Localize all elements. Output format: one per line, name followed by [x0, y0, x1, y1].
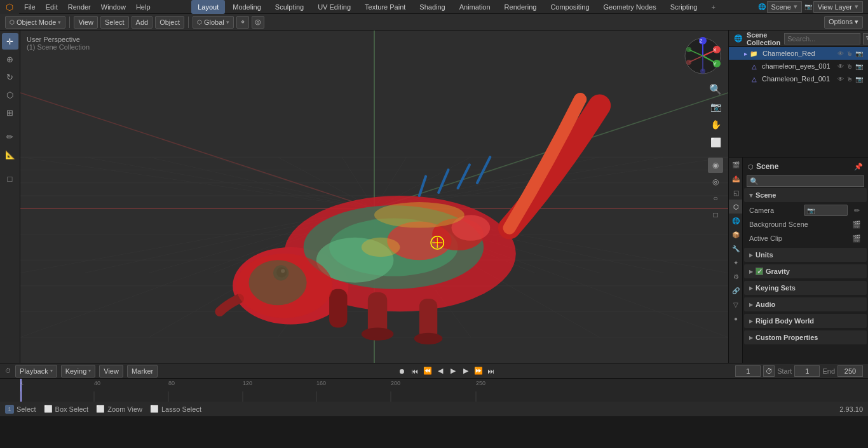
prev-frame-btn[interactable]: ⏪ — [423, 366, 433, 376]
eyes-hide-select[interactable]: 🖱 — [846, 63, 853, 70]
outliner-item-chameleon-mesh[interactable]: △ Chameleon_Red_001 👁 🖱 📷 — [729, 72, 868, 85]
measure-tool[interactable]: 📐 — [2, 146, 18, 163]
add-cube-tool[interactable]: □ — [2, 170, 18, 187]
prop-tab-object[interactable]: 📦 — [729, 227, 743, 241]
keying-btn[interactable]: Keying ▾ — [61, 365, 96, 377]
tab-modeling[interactable]: Modeling — [226, 0, 268, 14]
record-btn[interactable]: ⏺ — [397, 366, 407, 376]
prop-tab-data[interactable]: ▽ — [729, 297, 743, 311]
custom-section-header[interactable]: ▸ Custom Properties — [744, 330, 867, 344]
next-frame-btn[interactable]: ⏩ — [473, 366, 484, 376]
prop-tab-view-layer[interactable]: ◱ — [729, 186, 743, 200]
viewport-3d[interactable]: User Perspective (1) Scene Collection X … — [20, 31, 728, 363]
view-layer-selector[interactable]: View Layer ▾ — [813, 1, 863, 13]
annotate-tool[interactable]: ✏ — [2, 128, 18, 145]
gravity-checkbox[interactable]: ✓ — [756, 268, 763, 275]
scene-section-header[interactable]: ▾ Scene — [744, 188, 867, 202]
hide-render-icon[interactable]: 📷 — [855, 50, 863, 57]
outliner-filter-btn[interactable]: ▽ — [863, 33, 868, 44]
timeline-ruler[interactable]: 1 40 80 120 160 200 250 — [0, 379, 868, 402]
prop-tab-world[interactable]: 🌐 — [729, 214, 743, 227]
viewport-camera[interactable]: 📷 — [708, 99, 723, 114]
audio-section-header[interactable]: ▸ Audio — [744, 297, 867, 311]
menu-help[interactable]: Help — [131, 0, 156, 14]
prop-tab-particles[interactable]: ✦ — [729, 255, 743, 269]
current-frame-input[interactable]: 1 — [735, 365, 761, 377]
outliner-item-eyes[interactable]: △ chameleon_eyes_001 👁 🖱 📷 — [729, 60, 868, 72]
object-menu-btn[interactable]: Object — [155, 16, 184, 29]
units-section-header[interactable]: ▸ Units — [744, 248, 867, 262]
jump-start-btn[interactable]: ⏮ — [410, 366, 420, 376]
viewport-gizmo[interactable]: X Y Z — [684, 37, 722, 75]
tab-uv-editing[interactable]: UV Editing — [311, 0, 357, 14]
transform-tool[interactable]: ⊞ — [2, 104, 18, 121]
outliner-search[interactable] — [784, 33, 860, 44]
tab-animation[interactable]: Animation — [453, 0, 497, 14]
viewport-zoom-in[interactable]: 🔍 — [708, 81, 723, 97]
prop-tab-physics[interactable]: ⚙ — [729, 269, 743, 283]
keying-section-header[interactable]: ▸ Keying Sets — [744, 281, 867, 295]
background-scene-icon[interactable]: 🎬 — [851, 219, 862, 229]
tab-add[interactable]: + — [705, 0, 721, 14]
menu-edit[interactable]: Edit — [41, 0, 63, 14]
menu-file[interactable]: File — [19, 0, 41, 14]
mesh-hide-select[interactable]: 🖱 — [846, 76, 853, 83]
prop-tab-scene[interactable]: ⬡ — [729, 200, 743, 214]
tab-shading[interactable]: Shading — [413, 0, 451, 14]
cursor-tool[interactable]: ✛ — [2, 33, 18, 50]
tab-sculpting[interactable]: Sculpting — [269, 0, 310, 14]
jump-end-btn[interactable]: ⏭ — [486, 366, 496, 376]
timeline-view-btn[interactable]: View — [99, 365, 123, 377]
prev-keyframe-btn[interactable]: ◀ — [435, 366, 445, 376]
add-menu-btn[interactable]: Add — [132, 16, 153, 29]
next-keyframe-btn[interactable]: ▶ — [461, 366, 471, 376]
tab-layout[interactable]: Layout — [191, 0, 225, 14]
tab-compositing[interactable]: Compositing — [544, 0, 595, 14]
options-btn[interactable]: Options ▾ — [824, 16, 863, 29]
prop-search-input[interactable] — [747, 175, 864, 187]
gravity-section-header[interactable]: ▸ ✓ Gravity — [744, 264, 867, 278]
rigid-section-header[interactable]: ▸ Rigid Body World — [744, 314, 867, 328]
mesh-hide-viewport[interactable]: 👁 — [837, 76, 844, 83]
eyes-hide-render[interactable]: 📷 — [855, 63, 863, 70]
prop-pin-btn[interactable]: 📌 — [854, 163, 863, 171]
prop-tab-output[interactable]: 📤 — [729, 172, 743, 186]
active-clip-icon[interactable]: 🎬 — [851, 233, 862, 243]
snap-btn[interactable]: ⌖ — [236, 16, 249, 29]
play-btn[interactable]: ▶ — [448, 366, 458, 376]
scale-tool[interactable]: ⬡ — [2, 86, 18, 103]
scene-selector[interactable]: Scene ▾ — [767, 1, 802, 13]
move-tool[interactable]: ⊕ — [2, 51, 18, 67]
material-shading-btn[interactable]: ◎ — [708, 174, 723, 189]
prop-tab-material[interactable]: ● — [729, 311, 743, 325]
menu-window[interactable]: Window — [96, 0, 131, 14]
tab-scripting[interactable]: Scripting — [664, 0, 704, 14]
rotate-tool[interactable]: ↻ — [2, 69, 18, 85]
proportional-btn[interactable]: ◎ — [252, 16, 264, 29]
tab-texture-paint[interactable]: Texture Paint — [358, 0, 412, 14]
fps-icon[interactable]: ⏱ — [763, 365, 775, 377]
menu-render[interactable]: Render — [63, 0, 96, 14]
eyes-hide-viewport[interactable]: 👁 — [837, 63, 844, 70]
select-menu-btn[interactable]: Select — [100, 16, 129, 29]
camera-value[interactable]: 📷 — [804, 205, 848, 216]
solid-shading-btn[interactable]: ◉ — [708, 158, 723, 173]
rendered-shading-btn[interactable]: ○ — [708, 191, 723, 206]
prop-tab-constraints[interactable]: 🔗 — [729, 283, 743, 297]
hide-select-icon[interactable]: 🖱 — [846, 50, 853, 57]
view-menu-btn[interactable]: View — [74, 16, 98, 29]
object-mode-btn[interactable]: ⬡ Object Mode ▾ — [5, 16, 65, 29]
end-frame-input[interactable]: 250 — [837, 365, 863, 377]
viewport-hand[interactable]: ✋ — [708, 117, 723, 132]
start-frame-input[interactable]: 1 — [794, 365, 820, 377]
mesh-hide-render[interactable]: 📷 — [855, 76, 863, 83]
viewport-render-mode[interactable]: ⬜ — [708, 135, 723, 150]
marker-btn[interactable]: Marker — [127, 365, 158, 377]
tab-rendering[interactable]: Rendering — [498, 0, 543, 14]
wireframe-shading-btn[interactable]: □ — [708, 207, 723, 222]
transform-global-btn[interactable]: ⬡ Global ▾ — [193, 16, 234, 29]
tab-geometry-nodes[interactable]: Geometry Nodes — [597, 0, 663, 14]
outliner-item-chameleon-red[interactable]: ▸ 📁 Chameleon_Red 👁 🖱 📷 — [729, 47, 868, 60]
playback-btn[interactable]: Playback ▾ — [15, 365, 57, 377]
prop-tab-render[interactable]: 🎬 — [729, 158, 743, 172]
